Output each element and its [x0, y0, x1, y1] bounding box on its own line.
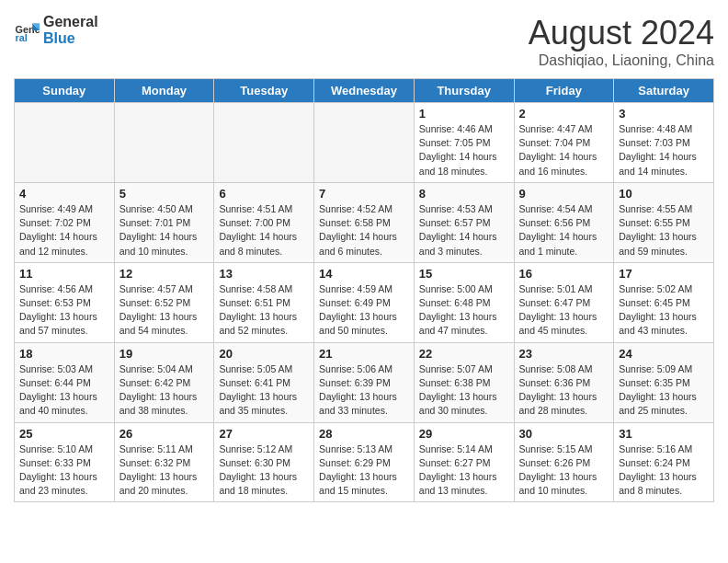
svg-text:ral: ral	[16, 32, 28, 43]
day-header-saturday: Saturday	[614, 79, 714, 103]
day-info: Sunrise: 5:01 AM Sunset: 6:47 PM Dayligh…	[519, 282, 609, 339]
day-info: Sunrise: 5:09 AM Sunset: 6:35 PM Dayligh…	[619, 362, 709, 419]
day-header-monday: Monday	[114, 79, 214, 103]
day-number: 15	[419, 267, 509, 281]
calendar-cell: 13Sunrise: 4:58 AM Sunset: 6:51 PM Dayli…	[214, 262, 314, 342]
day-info: Sunrise: 4:50 AM Sunset: 7:01 PM Dayligh…	[119, 202, 210, 259]
calendar-cell: 27Sunrise: 5:12 AM Sunset: 6:30 PM Dayli…	[214, 422, 314, 502]
day-number: 16	[519, 267, 609, 281]
day-number: 20	[219, 347, 309, 361]
day-info: Sunrise: 5:06 AM Sunset: 6:39 PM Dayligh…	[319, 362, 409, 419]
day-info: Sunrise: 5:03 AM Sunset: 6:44 PM Dayligh…	[19, 362, 109, 419]
calendar-cell: 26Sunrise: 5:11 AM Sunset: 6:32 PM Dayli…	[114, 422, 214, 502]
day-number: 3	[619, 107, 709, 121]
calendar-cell: 20Sunrise: 5:05 AM Sunset: 6:41 PM Dayli…	[214, 342, 314, 422]
day-info: Sunrise: 4:46 AM Sunset: 7:05 PM Dayligh…	[419, 122, 509, 178]
day-info: Sunrise: 5:00 AM Sunset: 6:48 PM Dayligh…	[419, 282, 509, 339]
calendar-cell: 14Sunrise: 4:59 AM Sunset: 6:49 PM Dayli…	[314, 262, 415, 342]
calendar-cell: 25Sunrise: 5:10 AM Sunset: 6:33 PM Dayli…	[15, 422, 115, 502]
day-info: Sunrise: 4:53 AM Sunset: 6:57 PM Dayligh…	[419, 202, 509, 259]
calendar-table: SundayMondayTuesdayWednesdayThursdayFrid…	[14, 78, 714, 502]
day-info: Sunrise: 4:54 AM Sunset: 6:56 PM Dayligh…	[519, 202, 609, 259]
day-number: 25	[19, 427, 109, 441]
calendar-cell: 10Sunrise: 4:55 AM Sunset: 6:55 PM Dayli…	[614, 182, 714, 262]
day-number: 23	[519, 347, 609, 361]
day-number: 1	[419, 107, 509, 121]
day-header-friday: Friday	[514, 79, 614, 103]
day-number: 13	[219, 267, 309, 281]
day-info: Sunrise: 4:49 AM Sunset: 7:02 PM Dayligh…	[19, 202, 109, 259]
logo-icon: Gene ral	[14, 17, 40, 43]
calendar-cell	[15, 103, 115, 183]
calendar-cell: 3Sunrise: 4:48 AM Sunset: 7:03 PM Daylig…	[614, 103, 714, 183]
calendar-cell: 15Sunrise: 5:00 AM Sunset: 6:48 PM Dayli…	[414, 262, 514, 342]
calendar-cell: 23Sunrise: 5:08 AM Sunset: 6:36 PM Dayli…	[514, 342, 614, 422]
day-info: Sunrise: 4:55 AM Sunset: 6:55 PM Dayligh…	[619, 202, 709, 259]
day-info: Sunrise: 5:15 AM Sunset: 6:26 PM Dayligh…	[519, 442, 609, 499]
day-number: 5	[119, 187, 210, 201]
day-info: Sunrise: 5:16 AM Sunset: 6:24 PM Dayligh…	[619, 442, 709, 499]
day-info: Sunrise: 5:12 AM Sunset: 6:30 PM Dayligh…	[219, 442, 309, 499]
day-header-sunday: Sunday	[15, 79, 115, 103]
calendar-cell: 19Sunrise: 5:04 AM Sunset: 6:42 PM Dayli…	[114, 342, 214, 422]
day-number: 21	[319, 347, 409, 361]
day-number: 9	[519, 187, 609, 201]
calendar-cell: 5Sunrise: 4:50 AM Sunset: 7:01 PM Daylig…	[114, 182, 214, 262]
day-number: 2	[519, 107, 609, 121]
day-header-wednesday: Wednesday	[314, 79, 415, 103]
calendar-cell	[214, 103, 314, 183]
calendar-cell: 17Sunrise: 5:02 AM Sunset: 6:45 PM Dayli…	[614, 262, 714, 342]
day-number: 10	[619, 187, 709, 201]
calendar-week-row: 1Sunrise: 4:46 AM Sunset: 7:05 PM Daylig…	[15, 103, 714, 183]
calendar-week-row: 25Sunrise: 5:10 AM Sunset: 6:33 PM Dayli…	[15, 422, 714, 502]
day-number: 19	[119, 347, 210, 361]
day-info: Sunrise: 4:52 AM Sunset: 6:58 PM Dayligh…	[319, 202, 409, 259]
day-number: 31	[619, 427, 709, 441]
day-number: 18	[19, 347, 109, 361]
day-header-thursday: Thursday	[414, 79, 514, 103]
calendar-cell: 29Sunrise: 5:14 AM Sunset: 6:27 PM Dayli…	[414, 422, 514, 502]
calendar-cell	[114, 103, 214, 183]
calendar-cell	[314, 103, 415, 183]
day-info: Sunrise: 4:47 AM Sunset: 7:04 PM Dayligh…	[519, 122, 609, 178]
calendar-cell: 22Sunrise: 5:07 AM Sunset: 6:38 PM Dayli…	[414, 342, 514, 422]
calendar-cell: 2Sunrise: 4:47 AM Sunset: 7:04 PM Daylig…	[514, 103, 614, 183]
day-number: 7	[319, 187, 409, 201]
calendar-cell: 12Sunrise: 4:57 AM Sunset: 6:52 PM Dayli…	[114, 262, 214, 342]
day-info: Sunrise: 5:08 AM Sunset: 6:36 PM Dayligh…	[519, 362, 609, 419]
logo: Gene ral General Blue	[14, 14, 98, 47]
calendar-cell: 7Sunrise: 4:52 AM Sunset: 6:58 PM Daylig…	[314, 182, 415, 262]
calendar-cell: 28Sunrise: 5:13 AM Sunset: 6:29 PM Dayli…	[314, 422, 415, 502]
calendar-cell: 18Sunrise: 5:03 AM Sunset: 6:44 PM Dayli…	[15, 342, 115, 422]
calendar-cell: 24Sunrise: 5:09 AM Sunset: 6:35 PM Dayli…	[614, 342, 714, 422]
day-info: Sunrise: 4:59 AM Sunset: 6:49 PM Dayligh…	[319, 282, 409, 339]
calendar-cell: 16Sunrise: 5:01 AM Sunset: 6:47 PM Dayli…	[514, 262, 614, 342]
calendar-cell: 6Sunrise: 4:51 AM Sunset: 7:00 PM Daylig…	[214, 182, 314, 262]
calendar-cell: 11Sunrise: 4:56 AM Sunset: 6:53 PM Dayli…	[15, 262, 115, 342]
day-number: 8	[419, 187, 509, 201]
day-info: Sunrise: 4:57 AM Sunset: 6:52 PM Dayligh…	[119, 282, 210, 339]
calendar-header-row: SundayMondayTuesdayWednesdayThursdayFrid…	[15, 79, 714, 103]
day-info: Sunrise: 5:04 AM Sunset: 6:42 PM Dayligh…	[119, 362, 210, 419]
day-info: Sunrise: 5:11 AM Sunset: 6:32 PM Dayligh…	[119, 442, 210, 499]
day-number: 27	[219, 427, 309, 441]
day-info: Sunrise: 4:48 AM Sunset: 7:03 PM Dayligh…	[619, 122, 709, 178]
calendar-subtitle: Dashiqiao, Liaoning, China	[529, 52, 714, 69]
day-number: 11	[19, 267, 109, 281]
calendar-cell: 31Sunrise: 5:16 AM Sunset: 6:24 PM Dayli…	[614, 422, 714, 502]
day-number: 28	[319, 427, 409, 441]
day-info: Sunrise: 5:14 AM Sunset: 6:27 PM Dayligh…	[419, 442, 509, 499]
day-number: 30	[519, 427, 609, 441]
title-area: August 2024 Dashiqiao, Liaoning, China	[529, 14, 714, 69]
day-info: Sunrise: 5:10 AM Sunset: 6:33 PM Dayligh…	[19, 442, 109, 499]
calendar-cell: 9Sunrise: 4:54 AM Sunset: 6:56 PM Daylig…	[514, 182, 614, 262]
logo-line1: General	[43, 14, 98, 30]
day-info: Sunrise: 5:13 AM Sunset: 6:29 PM Dayligh…	[319, 442, 409, 499]
day-info: Sunrise: 4:56 AM Sunset: 6:53 PM Dayligh…	[19, 282, 109, 339]
calendar-cell: 8Sunrise: 4:53 AM Sunset: 6:57 PM Daylig…	[414, 182, 514, 262]
calendar-week-row: 18Sunrise: 5:03 AM Sunset: 6:44 PM Dayli…	[15, 342, 714, 422]
header: Gene ral General Blue August 2024 Dashiq…	[14, 14, 714, 69]
day-info: Sunrise: 4:58 AM Sunset: 6:51 PM Dayligh…	[219, 282, 309, 339]
day-info: Sunrise: 5:05 AM Sunset: 6:41 PM Dayligh…	[219, 362, 309, 419]
day-number: 29	[419, 427, 509, 441]
